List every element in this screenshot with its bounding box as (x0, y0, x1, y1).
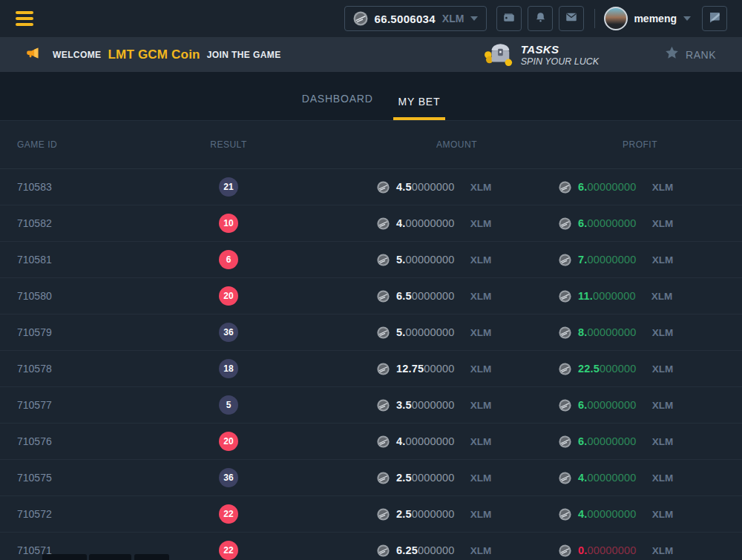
result-badge: 36 (219, 323, 238, 342)
profit-value: 6.00000000 (578, 181, 637, 193)
chat-icon (708, 10, 721, 27)
table-row: 710576 20 4.00000000 XLM 6.00000000 XLM (0, 424, 742, 460)
bottom-cutoff-element (134, 554, 169, 560)
result-badge: 6 (219, 250, 238, 269)
xlm-coin-icon (377, 399, 390, 412)
header-result: RESULT (211, 139, 246, 150)
my-bet-table: GAME ID RESULT AMOUNT PROFIT 710583 21 4… (0, 121, 742, 560)
messages-button[interactable] (559, 6, 584, 31)
star-icon (664, 45, 680, 64)
xlm-coin-icon (559, 181, 571, 194)
chat-button[interactable] (702, 6, 727, 31)
megaphone-icon (24, 45, 40, 64)
profit-value: 7.00000000 (578, 254, 637, 266)
profit-currency: XLM (652, 436, 674, 447)
game-id: 710579 (0, 326, 211, 338)
bottom-cutoff-element (89, 554, 131, 560)
announcement-banner: WELCOME LMT GCM Coin JOIN THE GAME TASKS… (0, 37, 742, 72)
table-body: 710583 21 4.50000000 XLM 6.00000000 XLM … (0, 169, 742, 560)
game-id: 710581 (0, 254, 211, 266)
game-id: 710578 (0, 363, 211, 375)
wallet-button[interactable] (496, 6, 522, 31)
result-badge: 20 (219, 286, 238, 306)
profit-currency: XLM (652, 254, 674, 266)
balance-selector[interactable]: 66.5006034 XLM (344, 6, 487, 31)
xlm-coin-icon (559, 472, 571, 484)
game-id: 710582 (0, 217, 211, 229)
xlm-coin-icon (377, 326, 390, 339)
bell-icon (534, 11, 547, 27)
xlm-coin-icon (559, 254, 571, 266)
xlm-coin-icon (377, 544, 390, 557)
result-badge: 10 (219, 214, 238, 233)
xlm-coin-icon (377, 181, 390, 194)
game-id: 710583 (0, 181, 211, 193)
tasks-subtitle: SPIN YOUR LUCK (521, 56, 599, 67)
profit-value: 22.5000000 (578, 363, 637, 375)
profit-currency: XLM (651, 291, 673, 302)
tab-my-bet[interactable]: MY BET (393, 96, 446, 120)
table-row: 710577 5 3.50000000 XLM 6.00000000 XLM (0, 387, 742, 424)
amount-value: 6.50000000 (396, 290, 455, 302)
profit-value: 6.00000000 (578, 399, 637, 411)
table-row: 710578 18 12.7500000 XLM 22.5000000 XLM (0, 351, 742, 387)
amount-value: 6.25000000 (396, 544, 455, 556)
game-id: 710575 (0, 472, 211, 484)
rank-widget[interactable]: RANK (664, 45, 716, 64)
user-menu[interactable]: memeng (604, 7, 691, 30)
game-id: 710572 (0, 508, 211, 520)
notifications-button[interactable] (528, 6, 553, 31)
amount-value: 4.50000000 (396, 181, 455, 193)
profit-currency: XLM (652, 327, 674, 338)
top-bar: 66.5006034 XLM memeng (0, 0, 742, 37)
xlm-coin-icon (559, 326, 571, 339)
tasks-title: TASKS (521, 43, 599, 56)
xlm-coin-icon (559, 363, 571, 375)
table-row: 710581 6 5.00000000 XLM 7.00000000 XLM (0, 242, 742, 278)
hamburger-menu-icon[interactable] (16, 11, 33, 26)
profit-currency: XLM (652, 218, 674, 229)
profit-currency: XLM (652, 472, 674, 484)
treasure-chest-icon (482, 39, 516, 70)
table-row: 710572 22 2.50000000 XLM 4.00000000 XLM (0, 496, 742, 533)
xlm-coin-icon (377, 435, 390, 448)
game-id: 710580 (0, 290, 211, 302)
chevron-down-icon (470, 16, 478, 21)
xlm-coin-icon (559, 217, 571, 230)
amount-value: 3.50000000 (396, 399, 455, 411)
profit-value: 4.00000000 (578, 508, 637, 520)
amount-value: 4.00000000 (396, 435, 455, 447)
result-badge: 22 (219, 541, 238, 560)
mail-icon (565, 10, 578, 27)
balance-currency: XLM (442, 13, 464, 24)
profit-value: 11.0000000 (578, 290, 636, 302)
xlm-coin-icon (377, 217, 390, 230)
amount-value: 12.7500000 (396, 363, 455, 375)
result-badge: 18 (219, 359, 238, 378)
amount-value: 5.00000000 (396, 254, 455, 266)
rank-label: RANK (686, 49, 716, 61)
result-badge: 22 (219, 504, 238, 524)
tab-dashboard[interactable]: DASHBOARD (297, 93, 378, 120)
chevron-down-icon (683, 16, 691, 21)
xlm-coin-icon (353, 11, 368, 26)
profit-value: 0.00000000 (578, 544, 637, 556)
xlm-coin-icon (559, 435, 571, 448)
game-id: 710576 (0, 435, 211, 447)
profit-value: 4.00000000 (578, 472, 637, 484)
welcome-prefix: WELCOME (53, 50, 101, 60)
xlm-coin-icon (377, 363, 390, 375)
header-profit: PROFIT (485, 139, 742, 150)
amount-value: 2.50000000 (396, 508, 455, 520)
bottom-cutoff-element (42, 554, 87, 560)
username: memeng (634, 13, 677, 24)
amount-value: 5.00000000 (396, 326, 455, 338)
profit-value: 6.00000000 (578, 217, 637, 229)
table-header-row: GAME ID RESULT AMOUNT PROFIT (0, 121, 742, 169)
table-row: 710579 36 5.00000000 XLM 8.00000000 XLM (0, 314, 742, 351)
profit-currency: XLM (652, 182, 674, 193)
xlm-coin-icon (377, 290, 390, 303)
xlm-coin-icon (377, 254, 390, 266)
tasks-widget[interactable]: TASKS SPIN YOUR LUCK (482, 39, 599, 70)
profit-currency: XLM (652, 363, 674, 375)
